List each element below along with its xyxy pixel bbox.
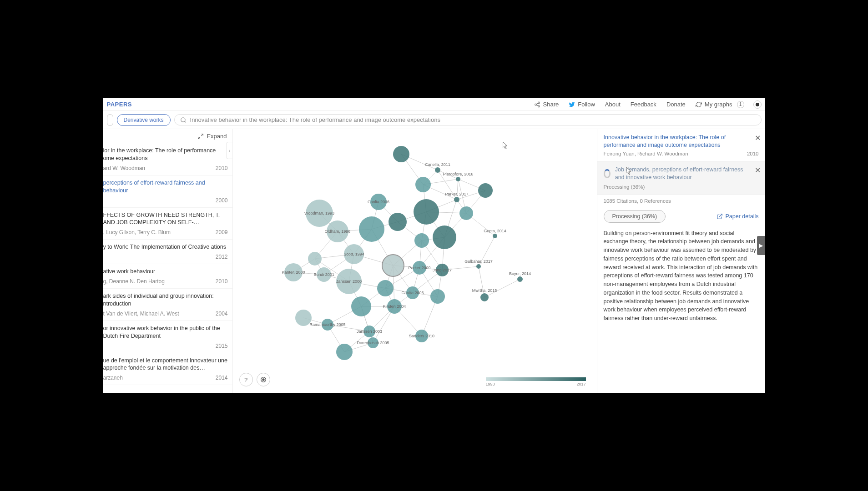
left-sidebar: Expand ‹ ior in the workplace: The role … xyxy=(103,129,233,393)
svg-line-4 xyxy=(536,105,538,105)
graph-controls: ? xyxy=(239,373,270,386)
origin-paper-card[interactable]: ✕ Innovative behavior in the workplace: … xyxy=(597,129,765,161)
svg-point-5 xyxy=(181,117,185,121)
graph-node[interactable] xyxy=(476,264,481,269)
graph-node[interactable] xyxy=(430,289,445,304)
topbar: PAPERS Share Follow About Feedback Donat… xyxy=(103,98,765,111)
list-item[interactable]: ue de l'emploi et le comportement innova… xyxy=(103,353,232,386)
refresh-icon xyxy=(696,101,702,108)
paper-list: ior in the workplace: The role of perfor… xyxy=(103,143,232,385)
graph-panel[interactable]: Canella, 2011Pieropfore, 2016Parker, 201… xyxy=(233,129,597,393)
graph-node[interactable] xyxy=(454,197,459,202)
citation-graph[interactable]: Canella, 2011Pieropfore, 2016Parker, 201… xyxy=(233,129,597,393)
action-row: Processing (36%) Paper details xyxy=(597,207,765,227)
graph-node[interactable] xyxy=(493,234,497,238)
list-item[interactable]: perceptions of effort-reward fairness an… xyxy=(103,175,232,208)
processing-paper-card[interactable]: ✕ Job demands, perceptions of effort-rew… xyxy=(597,161,765,195)
list-item[interactable]: FFECTS OF GROWTH NEED STRENGTH, T, AND J… xyxy=(103,208,232,240)
follow-label: Follow xyxy=(578,101,595,108)
citations-count: 1085 Citations, 0 References xyxy=(597,195,765,207)
search-box[interactable] xyxy=(174,114,762,125)
target-icon xyxy=(260,376,267,383)
graph-node[interactable] xyxy=(351,296,371,316)
twitter-icon xyxy=(569,101,575,108)
mygraphs-label: My graphs xyxy=(705,101,732,108)
graph-node[interactable] xyxy=(459,206,473,220)
collapse-handle[interactable]: ‹ xyxy=(227,142,233,159)
svg-line-16 xyxy=(457,179,458,200)
settings-button[interactable] xyxy=(753,100,762,109)
graph-node[interactable] xyxy=(456,177,460,181)
follow-link[interactable]: Follow xyxy=(569,101,595,108)
graph-node[interactable] xyxy=(414,199,439,225)
graph-node[interactable] xyxy=(415,177,431,192)
list-item[interactable]: or innovative work behavior in the publi… xyxy=(103,321,232,353)
paper-details-link[interactable]: Paper details xyxy=(717,213,759,220)
list-item[interactable]: ark sides of individual and group innova… xyxy=(103,289,232,321)
svg-line-115 xyxy=(719,214,722,216)
help-button[interactable]: ? xyxy=(239,373,253,386)
side-expand-arrow[interactable]: ▶ xyxy=(757,236,765,255)
list-item[interactable]: y to Work: The Implementation of Creativ… xyxy=(103,240,232,264)
pill-button[interactable] xyxy=(107,114,113,126)
graph-node[interactable] xyxy=(377,280,394,296)
share-icon xyxy=(534,101,540,108)
svg-point-114 xyxy=(262,379,264,381)
svg-line-8 xyxy=(198,137,200,139)
year-legend: 1993 2017 xyxy=(486,377,586,386)
svg-text:Canella, 2011: Canella, 2011 xyxy=(425,162,450,167)
svg-text:Canlia 2006: Canlia 2006 xyxy=(367,200,389,204)
graph-node[interactable] xyxy=(382,255,404,276)
graph-node[interactable] xyxy=(414,233,429,248)
svg-text:Mwrtha, 2015: Mwrtha, 2015 xyxy=(472,288,497,293)
svg-text:Kirsten 2004: Kirsten 2004 xyxy=(383,304,406,309)
graph-node[interactable] xyxy=(435,167,440,173)
graph-node[interactable] xyxy=(336,344,353,360)
about-link[interactable]: About xyxy=(605,101,621,108)
search-icon xyxy=(180,117,187,123)
svg-line-7 xyxy=(202,134,203,135)
graph-node[interactable] xyxy=(480,293,489,301)
svg-text:Gulbahar, 2017: Gulbahar, 2017 xyxy=(464,259,493,264)
graph-node[interactable] xyxy=(433,225,456,249)
brand-logo: PAPERS xyxy=(107,101,132,108)
processing-title: Job demands, perceptions of effort-rewar… xyxy=(615,166,759,181)
graph-node[interactable] xyxy=(359,216,384,242)
toolbar: Derivative works xyxy=(103,111,765,129)
svg-text:Boyer, 2014: Boyer, 2014 xyxy=(509,271,530,276)
svg-text:Janssen 2003: Janssen 2003 xyxy=(356,329,382,334)
svg-text:Jang 2017: Jang 2017 xyxy=(432,268,451,272)
origin-year: 2010 xyxy=(747,151,759,156)
svg-text:Ramamoorthy 2005: Ramamoorthy 2005 xyxy=(309,322,345,327)
share-link[interactable]: Share xyxy=(534,101,559,108)
close-icon[interactable]: ✕ xyxy=(755,166,761,175)
svg-text:Parker, 2017: Parker, 2017 xyxy=(445,192,468,196)
paper-details-label: Paper details xyxy=(726,213,759,220)
svg-text:Dorenbosch 2005: Dorenbosch 2005 xyxy=(357,341,389,345)
close-icon[interactable]: ✕ xyxy=(755,134,761,142)
svg-text:Sanders 2010: Sanders 2010 xyxy=(409,334,434,338)
expand-button[interactable]: Expand xyxy=(103,129,232,143)
feedback-link[interactable]: Feedback xyxy=(631,101,656,108)
donate-link[interactable]: Donate xyxy=(666,101,686,108)
graph-node[interactable] xyxy=(393,146,409,162)
right-panel: ✕ Innovative behavior in the workplace: … xyxy=(597,129,765,393)
svg-point-1 xyxy=(535,104,536,105)
svg-text:Gupta, 2014: Gupta, 2014 xyxy=(484,229,506,233)
graph-node[interactable] xyxy=(478,183,493,198)
mygraphs-count: 1 xyxy=(737,101,744,108)
origin-title: Innovative behavior in the workplace: Th… xyxy=(604,134,759,149)
graph-node[interactable] xyxy=(389,213,407,231)
svg-text:Parker 2009: Parker 2009 xyxy=(408,266,430,270)
svg-text:Janssen 2000: Janssen 2000 xyxy=(336,279,361,284)
derivative-works-chip[interactable]: Derivative works xyxy=(117,114,171,126)
list-item[interactable]: ative work behaviourg, Deanne N. Den Har… xyxy=(103,264,232,289)
list-item[interactable]: ior in the workplace: The role of perfor… xyxy=(103,143,232,175)
locate-button[interactable] xyxy=(257,373,270,386)
graph-node[interactable] xyxy=(517,276,523,282)
mygraphs-link[interactable]: My graphs 1 xyxy=(696,101,744,108)
search-input[interactable] xyxy=(190,116,756,123)
graph-node[interactable] xyxy=(308,252,322,266)
origin-authors: Feirong Yuan, Richard W. Woodman xyxy=(604,151,688,156)
svg-text:Pieropfore, 2016: Pieropfore, 2016 xyxy=(443,172,473,176)
